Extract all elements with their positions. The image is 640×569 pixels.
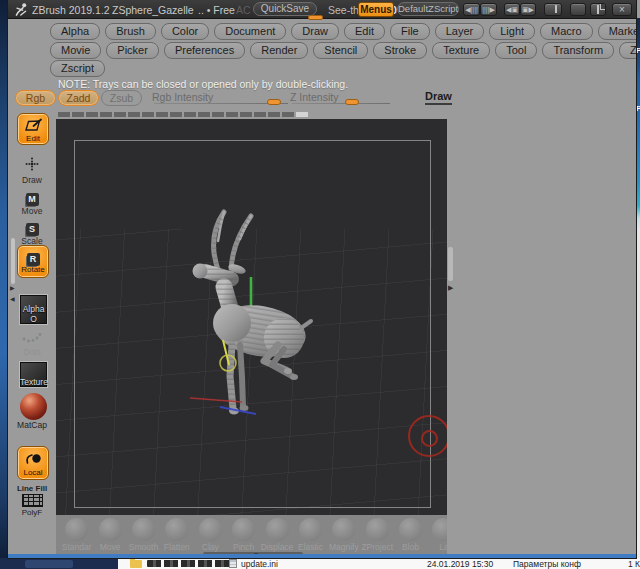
matcap-material-sphere[interactable] (20, 393, 47, 420)
menu-button[interactable]: Tool (495, 42, 537, 59)
menu-button[interactable]: Texture (432, 42, 490, 59)
lock-icon (545, 4, 561, 15)
taskbar-button[interactable] (25, 560, 73, 568)
menu-button[interactable]: Macro (540, 23, 593, 40)
menu-button[interactable]: Color (161, 23, 209, 40)
prev-document-button[interactable]: ◀▣ (504, 3, 520, 16)
brush-item[interactable]: Smooth (127, 517, 160, 558)
texture-swatch[interactable]: Texture (19, 361, 48, 388)
rotate-icon: R (27, 253, 40, 266)
menu-button[interactable]: Zscript (50, 60, 105, 77)
next-document-button[interactable]: ▣▶ (520, 3, 536, 16)
lock-button[interactable] (544, 3, 562, 16)
folder-icon (130, 560, 142, 568)
edit-mode-button[interactable]: Edit (17, 113, 49, 145)
menu-button[interactable]: Draw (291, 23, 339, 40)
background-file-explorer-row: update.ini 24.01.2019 15:30 Параметры ко… (0, 558, 640, 569)
zsub-toggle[interactable]: Zsub (101, 90, 142, 106)
left-divider-scrollbar[interactable] (11, 238, 15, 284)
brush-item[interactable]: Flatten (160, 517, 193, 558)
titlebar: ZBrush 2019.1.2 ZSphere_Gazelle .. • Fre… (8, 0, 636, 19)
z-intensity-slider[interactable] (292, 103, 390, 104)
background-window-right-strip: P P (636, 18, 640, 558)
draw-size-label[interactable]: Draw (425, 90, 452, 105)
z-intensity-handle[interactable] (345, 99, 359, 105)
menu-button[interactable]: Alpha (50, 23, 100, 40)
brush-thumbnail-icon (399, 518, 422, 541)
cutoff-label: P (636, 104, 640, 113)
draw-crosshair-icon (25, 157, 39, 171)
brush-item[interactable]: Move (93, 517, 126, 558)
session-info-dim: AC (236, 4, 251, 16)
alpha-swatch[interactable]: Alpha O (19, 294, 48, 325)
brush-thumbnail-icon (332, 518, 355, 541)
menu-button[interactable]: Preferences (164, 42, 245, 59)
unreadable-file-label (147, 560, 231, 567)
zbrush-window: ZBrush 2019.1.2 ZSphere_Gazelle .. • Fre… (8, 0, 636, 558)
brush-item[interactable]: Standar (60, 517, 93, 558)
brush-item[interactable]: Magnify (327, 517, 360, 558)
rgb-intensity-handle[interactable] (267, 99, 281, 105)
brush-thumbnail-icon (132, 518, 155, 541)
app-title: ZBrush 2019.1.2 (32, 4, 110, 16)
canvas-page-segments[interactable] (58, 112, 308, 117)
menu-row-3: Zscript (50, 60, 110, 77)
menu-button[interactable]: Marker (598, 23, 636, 40)
menu-button[interactable]: Document (214, 23, 286, 40)
zsphere-gazelle-model[interactable] (180, 195, 320, 425)
rotation-target-widget[interactable] (408, 415, 447, 457)
brush-item[interactable]: Blob (394, 517, 427, 558)
menu-button[interactable]: Movie (50, 42, 101, 59)
menu-button[interactable]: Light (489, 23, 535, 40)
brush-item[interactable]: ZProject (361, 517, 394, 558)
zadd-toggle[interactable]: Zadd (58, 90, 99, 106)
left-shelf: Edit Draw M Move S Scale (8, 110, 56, 558)
menu-button[interactable]: Render (250, 42, 308, 59)
file-name[interactable]: update.ini (241, 559, 278, 569)
brush-item[interactable]: La (427, 517, 447, 558)
rgb-toggle[interactable]: Rgb (15, 90, 56, 106)
menu-button[interactable]: Stencil (313, 42, 368, 59)
menu-button[interactable]: Transform (542, 42, 614, 59)
polyframe-grid-icon[interactable] (22, 494, 43, 507)
close-button[interactable]: × (612, 3, 632, 16)
background-window-left-strip (0, 0, 8, 569)
brush-thumbnail-icon (366, 518, 389, 541)
local-symmetry-button[interactable]: Local (17, 446, 49, 480)
move-icon: M (26, 193, 39, 206)
see-through-slider-handle[interactable] (308, 15, 323, 20)
default-zscript-button[interactable]: DefaultZScript (397, 2, 459, 16)
zbrush-logo-icon (14, 2, 29, 17)
right-divider-scrollbar[interactable] (448, 247, 453, 281)
tray-scroll-left-button[interactable]: ◀|||| (463, 3, 480, 16)
session-info: .. • Free (198, 4, 235, 16)
menu-button[interactable]: Layer (435, 23, 485, 40)
draw-mode-button[interactable]: Draw (8, 157, 56, 185)
menu-button[interactable]: Edit (344, 23, 385, 40)
stroke-dots-button[interactable]: Dots (8, 328, 56, 357)
minimize-button[interactable] (570, 3, 586, 16)
menu-button[interactable]: Stroke (373, 42, 427, 59)
viewport-canvas[interactable] (56, 119, 447, 515)
menus-toggle-button[interactable]: Menus (358, 2, 394, 17)
line-fill-label: Line Fill (8, 484, 56, 493)
scale-mode-button[interactable]: S Scale (8, 218, 56, 246)
divider-arrow-right-icon[interactable]: ▶ (10, 285, 15, 291)
brush-thumbnail-icon (432, 518, 447, 541)
divider-arrow-left-icon[interactable]: ◀ (10, 296, 15, 302)
menu-row-1: AlphaBrushColorDocumentDrawEditFileLayer… (50, 23, 636, 40)
menu-button[interactable]: Zplugin (619, 42, 636, 59)
rotate-mode-button[interactable]: R Rotate (17, 245, 49, 278)
tray-note-text: NOTE: Trays can be closed or opened only… (58, 78, 348, 90)
tray-scroll-right-button[interactable]: ||||▶ (480, 3, 497, 16)
polyf-label[interactable]: PolyF (8, 508, 56, 517)
menu-button[interactable]: File (390, 23, 430, 40)
restore-button[interactable] (590, 3, 606, 16)
right-divider-arrow-icon[interactable]: ▶ (448, 285, 453, 291)
quicksave-button[interactable]: QuickSave (253, 2, 317, 16)
right-tray[interactable]: ▶ (447, 110, 636, 558)
menu-button[interactable]: Brush (105, 23, 156, 40)
menu-button[interactable]: Picker (106, 42, 159, 59)
move-mode-button[interactable]: M Move (8, 188, 56, 216)
brush-thumbnail-icon (65, 518, 88, 541)
